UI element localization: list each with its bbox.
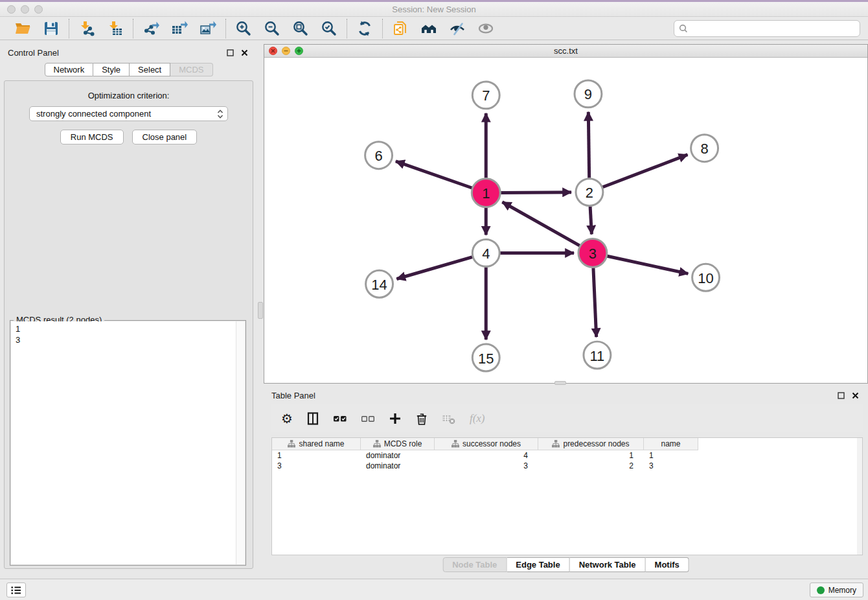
export-network-icon[interactable]	[142, 19, 160, 38]
maximize-window-button[interactable]	[34, 5, 43, 14]
network-minimize-button[interactable]	[282, 47, 290, 55]
network-maximize-button[interactable]	[295, 47, 303, 55]
edge-4-14[interactable]	[396, 257, 472, 279]
deselect-all-icon[interactable]	[361, 411, 375, 426]
tab-node-table[interactable]: Node Table	[442, 557, 507, 572]
node-4[interactable]: 4	[472, 239, 499, 266]
table-cell[interactable]: 1	[538, 451, 644, 460]
zoom-out-icon[interactable]	[263, 19, 281, 38]
show-all-icon[interactable]	[477, 19, 495, 38]
edge-3-1[interactable]	[502, 202, 579, 246]
table-cell[interactable]: 1	[272, 451, 361, 460]
table-cell[interactable]: 2	[538, 461, 644, 470]
edge-3-11[interactable]	[593, 268, 597, 337]
task-history-button[interactable]	[6, 583, 26, 597]
close-table-panel-icon[interactable]	[851, 391, 860, 400]
node-3[interactable]: 3	[578, 238, 607, 267]
tab-network-table[interactable]: Network Table	[570, 557, 646, 572]
table-cell[interactable]: dominator	[361, 451, 435, 460]
edge-1-2[interactable]	[501, 192, 571, 193]
edge-3-10[interactable]	[607, 256, 688, 273]
close-window-button[interactable]	[7, 5, 16, 14]
table-cell[interactable]: 3	[644, 461, 698, 470]
float-table-panel-icon[interactable]	[836, 391, 846, 400]
save-session-icon[interactable]	[42, 19, 60, 38]
search-input[interactable]	[691, 23, 855, 33]
network-close-button[interactable]	[269, 47, 277, 55]
node-7[interactable]: 7	[472, 82, 499, 109]
table-cell[interactable]: dominator	[361, 461, 435, 470]
export-table-icon[interactable]	[170, 19, 188, 38]
minimize-window-button[interactable]	[21, 5, 29, 14]
node-6[interactable]: 6	[365, 142, 393, 169]
import-network-icon[interactable]	[78, 19, 96, 38]
edge-2-9[interactable]	[588, 112, 589, 178]
edge-2-3[interactable]	[590, 207, 591, 235]
hide-selected-icon[interactable]	[448, 19, 466, 38]
close-panel-button[interactable]: Close panel	[132, 130, 198, 144]
column-header-shared-name[interactable]: shared name	[272, 438, 361, 450]
task-list-icon	[10, 584, 22, 596]
zoom-in-icon[interactable]	[234, 19, 253, 38]
column-header-successor-nodes[interactable]: successor nodes	[435, 438, 538, 450]
columns-icon[interactable]	[306, 411, 319, 426]
table-row[interactable]: 1dominator411	[272, 450, 862, 461]
close-panel-icon[interactable]	[240, 48, 249, 58]
network-canvas[interactable]: 1234678910111415	[264, 58, 867, 383]
run-mcds-button[interactable]: Run MCDS	[60, 130, 124, 144]
tab-mcds[interactable]: MCDS	[170, 63, 212, 76]
horizontal-splitter-handle[interactable]	[554, 381, 566, 385]
network-graph[interactable]: 1234678910111415	[264, 58, 867, 383]
import-table-icon[interactable]	[106, 19, 124, 38]
tab-edge-table[interactable]: Edge Table	[507, 557, 569, 572]
copy-network-icon[interactable]	[391, 19, 409, 38]
tab-motifs[interactable]: Motifs	[646, 557, 689, 572]
tab-style[interactable]: Style	[93, 63, 130, 76]
edge-1-6[interactable]	[396, 161, 472, 188]
table-cell[interactable]: 3	[272, 461, 361, 470]
criterion-select[interactable]: strongly connected component	[29, 106, 228, 121]
node-1[interactable]: 1	[472, 179, 500, 207]
mcds-result-item[interactable]: 1	[16, 323, 245, 334]
table-row[interactable]: 3dominator323	[272, 461, 862, 471]
control-panel: Control Panel NetworkStyleSelectMCDS Opt…	[0, 44, 257, 571]
clear-table-icon[interactable]	[442, 411, 456, 426]
edge-2-8[interactable]	[602, 155, 687, 187]
open-session-icon[interactable]	[14, 19, 32, 38]
result-scrollbar[interactable]	[236, 321, 245, 564]
table-cell[interactable]: 1	[644, 451, 698, 460]
float-panel-icon[interactable]	[225, 48, 235, 58]
delete-column-icon[interactable]	[415, 411, 428, 426]
svg-text:10: 10	[698, 270, 713, 286]
first-neighbors-icon[interactable]	[420, 19, 438, 38]
node-9[interactable]: 9	[575, 80, 602, 108]
node-2[interactable]: 2	[576, 179, 603, 206]
node-10[interactable]: 10	[692, 264, 720, 291]
table-panel-title: Table Panel	[271, 391, 315, 400]
refresh-layout-icon[interactable]	[356, 19, 374, 38]
search-field[interactable]	[674, 20, 860, 37]
tab-network[interactable]: Network	[44, 63, 93, 76]
mcds-result-list[interactable]: 13	[11, 321, 245, 564]
zoom-fit-icon[interactable]	[291, 19, 310, 38]
add-column-icon[interactable]	[389, 411, 402, 426]
column-header-name[interactable]: name	[644, 438, 698, 450]
node-11[interactable]: 11	[584, 341, 611, 369]
table-cell[interactable]: 4	[435, 451, 538, 460]
select-all-icon[interactable]	[333, 411, 347, 426]
table-cell[interactable]: 3	[435, 461, 538, 470]
mcds-result-item[interactable]: 3	[16, 334, 245, 345]
column-header-MCDS-role[interactable]: MCDS role	[361, 438, 435, 450]
table-scrollbar[interactable]	[857, 438, 862, 555]
function-builder-icon[interactable]: f(x)	[470, 411, 485, 426]
node-15[interactable]: 15	[472, 344, 499, 371]
vertical-splitter-handle[interactable]	[258, 302, 263, 319]
gear-icon[interactable]: ⚙	[281, 411, 293, 426]
node-14[interactable]: 14	[366, 270, 393, 297]
node-8[interactable]: 8	[691, 135, 718, 162]
tab-select[interactable]: Select	[130, 63, 170, 76]
export-image-icon[interactable]	[199, 19, 217, 38]
zoom-selected-icon[interactable]	[320, 19, 338, 38]
memory-button[interactable]: Memory	[810, 583, 863, 597]
column-header-predecessor-nodes[interactable]: predecessor nodes	[538, 438, 644, 450]
